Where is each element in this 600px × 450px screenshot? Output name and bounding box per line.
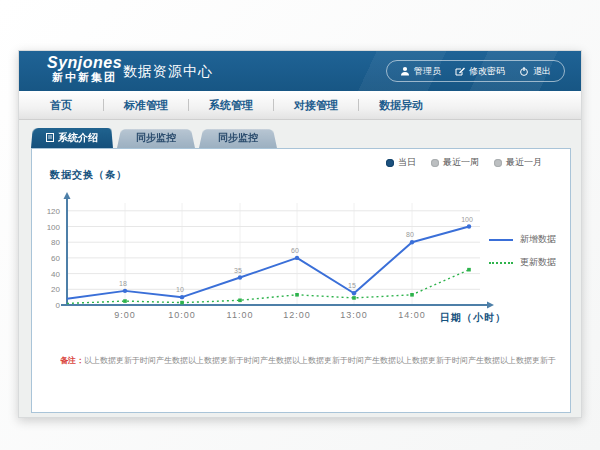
footer-note: 备注：以上数据更新于时间产生数据以上数据更新于时间产生数据以上数据更新于时间产生… bbox=[60, 355, 560, 366]
svg-text:40: 40 bbox=[51, 270, 60, 279]
svg-text:13:00: 13:00 bbox=[340, 310, 368, 320]
svg-text:10:00: 10:00 bbox=[168, 310, 196, 320]
page-title: 数据资源中心 bbox=[123, 63, 213, 81]
svg-text:80: 80 bbox=[51, 238, 60, 247]
tab-bar: 系统介绍 同步监控 同步监控 bbox=[31, 127, 277, 148]
tab-sync-monitor-2[interactable]: 同步监控 bbox=[199, 127, 277, 148]
legend-item-new-data: 新增数据 bbox=[489, 233, 556, 246]
tab-system-intro[interactable]: 系统介绍 bbox=[31, 127, 113, 148]
solid-line-swatch-icon bbox=[489, 239, 513, 241]
tab-label: 系统介绍 bbox=[46, 132, 98, 143]
svg-text:20: 20 bbox=[51, 285, 60, 294]
edit-icon bbox=[455, 66, 465, 76]
user-icon bbox=[400, 66, 410, 76]
svg-text:0: 0 bbox=[56, 301, 61, 310]
exchange-line-chart: 0204060801001209:0010:0011:0012:0013:001… bbox=[32, 149, 572, 414]
svg-text:60: 60 bbox=[51, 254, 60, 263]
svg-text:日期（小时）: 日期（小时） bbox=[440, 312, 506, 323]
svg-text:11:00: 11:00 bbox=[227, 310, 254, 320]
change-password-label: 修改密码 bbox=[469, 65, 505, 78]
logout-label: 退出 bbox=[533, 65, 551, 78]
svg-text:100: 100 bbox=[47, 223, 61, 232]
app-header: Synjones 新中新集团 数据资源中心 管理员 修改密码 bbox=[19, 51, 581, 91]
svg-text:10: 10 bbox=[176, 286, 184, 293]
svg-text:14:00: 14:00 bbox=[398, 310, 426, 320]
change-password-button[interactable]: 修改密码 bbox=[455, 65, 505, 78]
nav-item-home[interactable]: 首页 bbox=[19, 98, 103, 113]
chart-legend: 新增数据 更新数据 bbox=[489, 233, 556, 269]
svg-text:120: 120 bbox=[47, 207, 61, 216]
svg-text:18: 18 bbox=[119, 280, 127, 287]
app-window: Synjones 新中新集团 数据资源中心 管理员 修改密码 bbox=[18, 50, 582, 418]
brand-logo-text: Synjones bbox=[47, 55, 122, 72]
dotted-line-swatch-icon bbox=[489, 262, 513, 264]
nav-item-data-change[interactable]: 数据异动 bbox=[359, 98, 443, 113]
content-panel: 当日 最近一周 最近一月 数据交换（条） 0204060801001209:00… bbox=[31, 148, 571, 413]
svg-text:80: 80 bbox=[406, 231, 414, 238]
note-label: 备注： bbox=[60, 356, 84, 365]
tab-sync-monitor-1[interactable]: 同步监控 bbox=[117, 127, 195, 148]
svg-text:60: 60 bbox=[291, 247, 299, 254]
current-user-button[interactable]: 管理员 bbox=[400, 65, 441, 78]
current-user-label: 管理员 bbox=[414, 65, 441, 78]
main-nav: 首页 标准管理 系统管理 对接管理 数据异动 bbox=[19, 91, 581, 120]
legend-item-updated-data: 更新数据 bbox=[489, 256, 556, 269]
document-icon bbox=[46, 133, 54, 142]
svg-text:100: 100 bbox=[461, 216, 473, 223]
nav-item-system-mgmt[interactable]: 系统管理 bbox=[189, 98, 273, 113]
tab-label: 同步监控 bbox=[218, 132, 258, 143]
brand-logo-subtext: 新中新集团 bbox=[47, 72, 122, 84]
nav-item-docking-mgmt[interactable]: 对接管理 bbox=[274, 98, 358, 113]
tab-label: 同步监控 bbox=[136, 132, 176, 143]
svg-text:15: 15 bbox=[348, 282, 356, 289]
brand-logo: Synjones 新中新集团 bbox=[47, 55, 122, 83]
legend-label: 新增数据 bbox=[520, 233, 556, 246]
note-text: 以上数据更新于时间产生数据以上数据更新于时间产生数据以上数据更新于时间产生数据以… bbox=[84, 356, 556, 365]
legend-label: 更新数据 bbox=[520, 256, 556, 269]
logout-button[interactable]: 退出 bbox=[519, 65, 551, 78]
svg-text:35: 35 bbox=[234, 267, 242, 274]
nav-item-standard-mgmt[interactable]: 标准管理 bbox=[104, 98, 188, 113]
screen: Synjones 新中新集团 数据资源中心 管理员 修改密码 bbox=[0, 0, 600, 450]
svg-text:12:00: 12:00 bbox=[283, 310, 311, 320]
power-icon bbox=[519, 66, 529, 77]
user-toolbar: 管理员 修改密码 退出 bbox=[386, 60, 565, 82]
svg-text:9:00: 9:00 bbox=[114, 310, 136, 320]
